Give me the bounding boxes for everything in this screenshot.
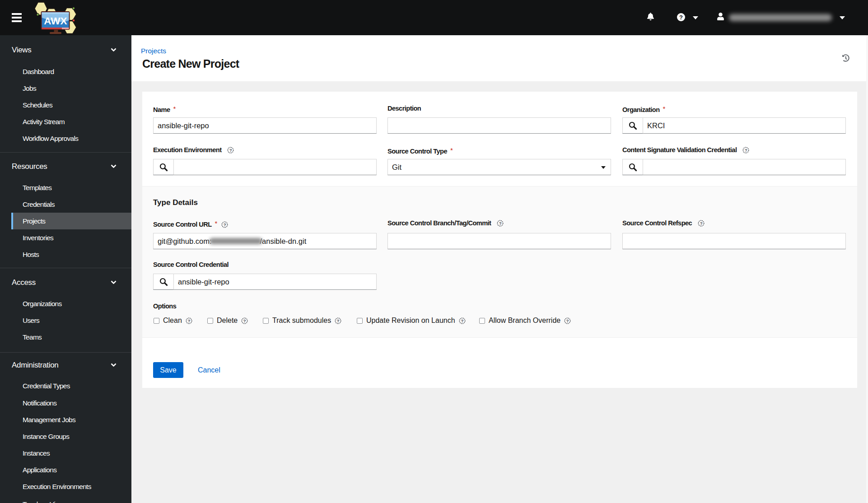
svg-text:?: ? xyxy=(566,318,569,323)
svg-text:?: ? xyxy=(187,318,190,323)
svg-text:?: ? xyxy=(224,223,226,227)
svg-text:?: ? xyxy=(700,221,703,226)
svg-text:?: ? xyxy=(745,148,747,153)
svg-text:?: ? xyxy=(229,148,232,153)
svg-text:AWX: AWX xyxy=(44,15,67,27)
svg-text:?: ? xyxy=(243,318,246,323)
svg-text:?: ? xyxy=(337,318,340,323)
svg-text:?: ? xyxy=(499,221,502,226)
svg-text:?: ? xyxy=(461,318,463,323)
svg-text:?: ? xyxy=(679,14,683,21)
